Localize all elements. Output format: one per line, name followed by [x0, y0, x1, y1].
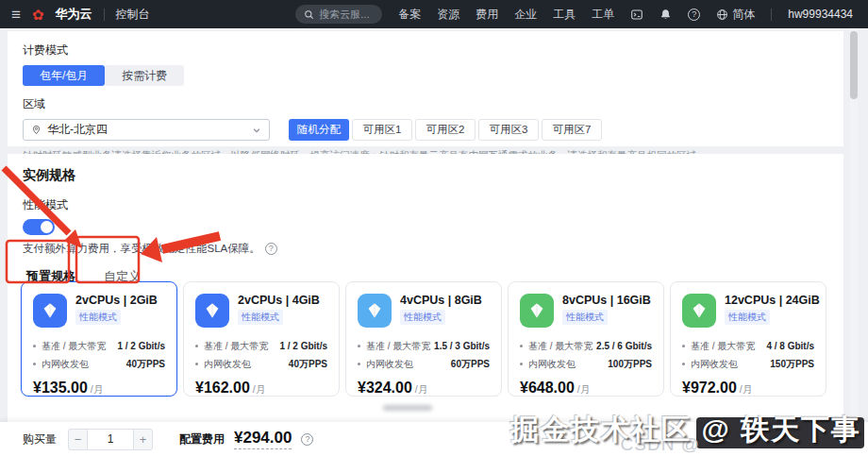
spec-row-label: 基准 / 最大带宽	[528, 340, 593, 353]
locale-switcher[interactable]: 简体	[716, 7, 755, 23]
spec-rows: 基准 / 最大带宽2.5 / 6 Gbit/s内网收发包100万PPS	[520, 337, 652, 373]
nav-menu: 备案资源费用企业工具工单	[398, 7, 614, 23]
spec-row: 基准 / 最大带宽4 / 8 Gbit/s	[682, 337, 814, 355]
help-icon[interactable]: ?	[688, 8, 700, 21]
spec-perf-badge: 性能模式	[400, 310, 445, 325]
huawei-cloud-console-page: ≡ ✿ 华为云 控制台 搜索云服... 备案资源费用企业工具工单 ?	[0, 0, 868, 456]
bullet-dot	[682, 363, 685, 365]
spec-perf-badge: 性能模式	[725, 310, 770, 325]
spec-title: 12vCPUs | 24GiB	[725, 294, 820, 307]
purchase-footer-bar: 购买量 − + 配置费用 ¥294.00 ?	[0, 422, 868, 456]
billing-mode-group: 包年/包月 按需计费	[23, 65, 828, 86]
spec-title: 4vCPUs | 8GiB	[400, 294, 482, 307]
spec-card[interactable]: 2vCPUs | 4GiB 性能模式 基准 / 最大带宽1 / 2 Gbit/s…	[183, 281, 340, 397]
cli-terminal-icon[interactable]	[630, 8, 643, 21]
bullet-dot	[358, 345, 360, 347]
nav-menu-item[interactable]: 工单	[592, 7, 614, 23]
spec-card[interactable]: 8vCPUs | 16GiB 性能模式 基准 / 最大带宽2.5 / 6 Gbi…	[508, 281, 664, 397]
spec-gem-icon	[520, 294, 554, 328]
console-link[interactable]: 控制台	[116, 7, 150, 23]
spec-price-unit: /月	[577, 383, 590, 397]
spec-row: 内网收发包60万PPS	[358, 355, 490, 373]
spec-perf-badge: 性能模式	[238, 310, 283, 325]
spec-rows: 基准 / 最大带宽1 / 2 Gbit/s内网收发包40万PPS	[195, 337, 327, 373]
quantity-label: 购买量	[23, 431, 57, 448]
quantity-plus-button[interactable]: +	[133, 429, 153, 450]
spec-row: 基准 / 最大带宽1.5 / 3 Gbit/s	[358, 337, 490, 355]
quantity-input[interactable]	[88, 429, 133, 450]
region-select[interactable]: 华北-北京四	[23, 119, 270, 141]
spec-row: 内网收发包100万PPS	[520, 355, 652, 373]
billing-option-on-demand[interactable]: 按需计费	[105, 65, 184, 86]
bullet-dot	[358, 363, 360, 365]
spec-row-label: 内网收发包	[42, 358, 89, 371]
nav-menu-item[interactable]: 备案	[398, 7, 421, 23]
sla-help-icon[interactable]: ?	[265, 243, 277, 255]
config-cost-label: 配置费用	[179, 431, 225, 448]
hamburger-menu-icon[interactable]: ≡	[11, 7, 21, 23]
notification-bell-icon[interactable]	[659, 8, 672, 21]
spec-rows: 基准 / 最大带宽4 / 8 Gbit/s内网收发包150万PPS	[682, 337, 814, 373]
az-option[interactable]: 可用区1	[352, 119, 412, 141]
locale-label: 简体	[732, 7, 755, 23]
spec-row: 内网收发包150万PPS	[682, 355, 814, 373]
nav-menu-item[interactable]: 费用	[476, 7, 498, 23]
huawei-logo-icon[interactable]: ✿	[32, 8, 44, 22]
nav-menu-item[interactable]: 资源	[437, 7, 459, 23]
nav-divider	[104, 8, 105, 21]
spec-card[interactable]: 4vCPUs | 8GiB 性能模式 基准 / 最大带宽1.5 / 3 Gbit…	[345, 281, 502, 397]
bullet-dot	[520, 345, 523, 347]
billing-option-yearly-monthly[interactable]: 包年/包月	[23, 65, 105, 86]
spec-perf-badge: 性能模式	[562, 310, 608, 325]
bullet-dot	[33, 345, 36, 347]
billing-region-panel: 计费模式 包年/包月 按需计费 区域 华北-北京四 随机分配可用区1可用区2可用…	[8, 31, 843, 146]
spec-row-value: 1 / 2 Gbit/s	[279, 341, 327, 351]
spec-row-value: 1 / 2 Gbit/s	[117, 341, 165, 351]
account-id[interactable]: hw99934434	[788, 8, 853, 21]
spec-row-value: 150万PPS	[770, 358, 814, 371]
az-option[interactable]: 随机分配	[289, 119, 349, 141]
nav-menu-item[interactable]: 企业	[514, 7, 537, 23]
spec-gem-icon	[358, 294, 392, 328]
az-option[interactable]: 可用区3	[478, 119, 539, 141]
spec-row-value: 2.5 / 6 Gbit/s	[596, 341, 652, 351]
spec-row-label: 内网收发包	[366, 358, 413, 371]
instance-spec-panel: 实例规格 性能模式 支付额外算力费用，享受极致稳定性能SLA保障。 ? 预置规格…	[8, 154, 843, 422]
config-cost-value: ¥294.00	[234, 429, 292, 449]
spec-row-label: 内网收发包	[691, 358, 738, 371]
quantity-minus-button[interactable]: −	[68, 429, 88, 450]
spec-rows: 基准 / 最大带宽1 / 2 Gbit/s内网收发包40万PPS	[33, 337, 165, 373]
spec-title: 8vCPUs | 16GiB	[562, 294, 651, 307]
az-option[interactable]: 可用区2	[415, 119, 476, 141]
bullet-dot	[195, 363, 198, 365]
spec-price-unit: /月	[253, 383, 265, 397]
az-option[interactable]: 可用区7	[542, 119, 602, 141]
search-input[interactable]: 搜索云服...	[295, 5, 382, 24]
perf-mode-toggle[interactable]	[23, 219, 55, 235]
billing-mode-label: 计费模式	[23, 42, 828, 59]
spec-gem-icon	[33, 294, 67, 328]
spec-card[interactable]: 2vCPUs | 2GiB 性能模式 基准 / 最大带宽1 / 2 Gbit/s…	[21, 281, 177, 397]
bullet-dot	[33, 363, 36, 365]
az-option-group: 随机分配可用区1可用区2可用区3可用区7	[289, 119, 602, 141]
cost-help-icon[interactable]: ?	[301, 433, 313, 446]
cutoff-text-fragment	[383, 405, 432, 411]
spec-gem-icon	[682, 294, 716, 328]
spec-row: 内网收发包40万PPS	[33, 355, 165, 373]
quantity-stepper: − +	[68, 429, 153, 450]
spec-price: ¥324.00	[358, 380, 412, 397]
top-nav: ≡ ✿ 华为云 控制台 搜索云服... 备案资源费用企业工具工单 ?	[0, 0, 868, 28]
spec-rows: 基准 / 最大带宽1.5 / 3 Gbit/s内网收发包60万PPS	[358, 337, 490, 373]
brand-name[interactable]: 华为云	[56, 6, 92, 23]
scrollbar-thumb[interactable]	[850, 31, 858, 99]
spec-row-value: 40万PPS	[126, 358, 165, 371]
spec-price: ¥972.00	[682, 380, 737, 397]
sla-note: 支付额外算力费用，享受极致稳定性能SLA保障。	[23, 242, 260, 256]
spec-card[interactable]: 12vCPUs | 24GiB 性能模式 基准 / 最大带宽4 / 8 Gbit…	[670, 281, 826, 397]
nav-menu-item[interactable]: 工具	[553, 7, 576, 23]
region-label: 区域	[23, 96, 828, 112]
bullet-dot	[520, 363, 523, 365]
nav-divider	[771, 8, 772, 21]
spec-price: ¥648.00	[520, 380, 575, 397]
search-icon	[304, 9, 314, 20]
